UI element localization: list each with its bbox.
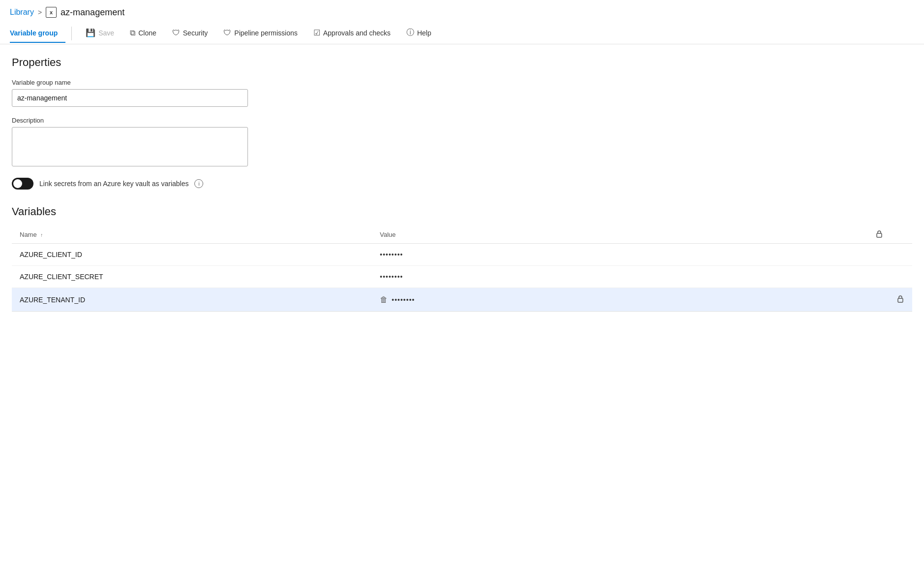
variable-group-icon: x (46, 7, 57, 18)
col-value-label: Value (380, 231, 396, 238)
save-button[interactable]: 💾 Save (78, 23, 122, 43)
tab-variable-group[interactable]: Variable group (10, 24, 65, 43)
tab-variable-group-label: Variable group (10, 29, 58, 37)
variable-group-name-input[interactable] (12, 89, 248, 107)
pipeline-permissions-button[interactable]: 🛡 Pipeline permissions (216, 24, 305, 43)
variable-group-name-label: Variable group name (12, 79, 912, 86)
clone-label: Clone (138, 29, 156, 37)
help-label: Help (417, 29, 431, 37)
var-lock-cell[interactable] (867, 266, 913, 288)
key-vault-toggle-label: Link secrets from an Azure key vault as … (39, 180, 188, 188)
pipeline-permissions-label: Pipeline permissions (234, 29, 297, 37)
variable-group-name-field: Variable group name (12, 79, 912, 107)
table-row: AZURE_CLIENT_SECRET•••••••• (12, 266, 912, 288)
save-label: Save (98, 29, 114, 37)
key-vault-toggle[interactable] (12, 178, 33, 190)
help-button[interactable]: ⓘ Help (399, 23, 439, 44)
var-value-cell: •••••••• (372, 244, 867, 266)
approvals-label: Approvals and checks (323, 29, 391, 37)
var-value: •••••••• (380, 251, 403, 258)
table-row: AZURE_TENANT_ID🗑•••••••• (12, 288, 912, 312)
breadcrumb-separator: > (38, 8, 42, 16)
description-input[interactable] (12, 127, 248, 166)
var-value: •••••••• (380, 273, 403, 281)
var-name: AZURE_CLIENT_SECRET (20, 273, 103, 281)
breadcrumb: Library > x az-management (0, 0, 924, 23)
help-icon: ⓘ (406, 28, 414, 38)
variables-title: Variables (12, 205, 912, 218)
breadcrumb-library-link[interactable]: Library (10, 8, 34, 17)
security-icon: 🛡 (172, 29, 180, 37)
col-name-label: Name (20, 231, 37, 238)
toolbar: Variable group 💾 Save ⧉ Clone 🛡 Security… (0, 23, 924, 44)
var-lock-cell[interactable] (867, 244, 913, 266)
save-icon: 💾 (86, 28, 95, 37)
var-name-cell: AZURE_TENANT_ID (12, 288, 372, 312)
clone-button[interactable]: ⧉ Clone (122, 24, 164, 43)
variables-table-header: Name ↑ Value (12, 226, 912, 244)
col-lock-header (867, 226, 913, 244)
pipeline-permissions-icon: 🛡 (223, 29, 231, 37)
table-row: AZURE_CLIENT_ID•••••••• (12, 244, 912, 266)
var-value-cell: •••••••• (372, 266, 867, 288)
col-name-header: Name ↑ (12, 226, 372, 244)
description-label: Description (12, 117, 912, 124)
variables-table: Name ↑ Value AZURE_CLIENT_ID••••••••AZUR… (12, 226, 912, 312)
lock-icon (896, 295, 904, 303)
breadcrumb-current-page: az-management (61, 7, 124, 18)
key-vault-toggle-row: Link secrets from an Azure key vault as … (12, 178, 912, 190)
var-value: •••••••• (392, 296, 415, 304)
delete-icon[interactable]: 🗑 (380, 295, 388, 304)
approvals-icon: ☑ (313, 28, 320, 37)
description-field: Description (12, 117, 912, 168)
svg-rect-0 (877, 233, 882, 237)
var-name: AZURE_CLIENT_ID (20, 251, 82, 258)
var-name-cell: AZURE_CLIENT_SECRET (12, 266, 372, 288)
toggle-knob (13, 179, 22, 188)
security-button[interactable]: 🛡 Security (164, 24, 216, 43)
key-vault-info-icon[interactable]: i (194, 179, 203, 188)
approvals-and-checks-button[interactable]: ☑ Approvals and checks (306, 23, 399, 43)
var-name-cell: AZURE_CLIENT_ID (12, 244, 372, 266)
main-content: Properties Variable group name Descripti… (0, 44, 924, 323)
var-lock-cell[interactable] (867, 288, 913, 312)
clone-icon: ⧉ (130, 29, 135, 37)
toolbar-divider (71, 27, 72, 40)
security-label: Security (183, 29, 208, 37)
svg-rect-1 (898, 298, 903, 302)
sort-icon: ↑ (40, 232, 43, 238)
lock-header-icon (875, 230, 883, 238)
properties-title: Properties (12, 56, 912, 69)
var-value-cell: 🗑•••••••• (372, 288, 867, 312)
var-name: AZURE_TENANT_ID (20, 296, 85, 304)
col-value-header: Value (372, 226, 867, 244)
